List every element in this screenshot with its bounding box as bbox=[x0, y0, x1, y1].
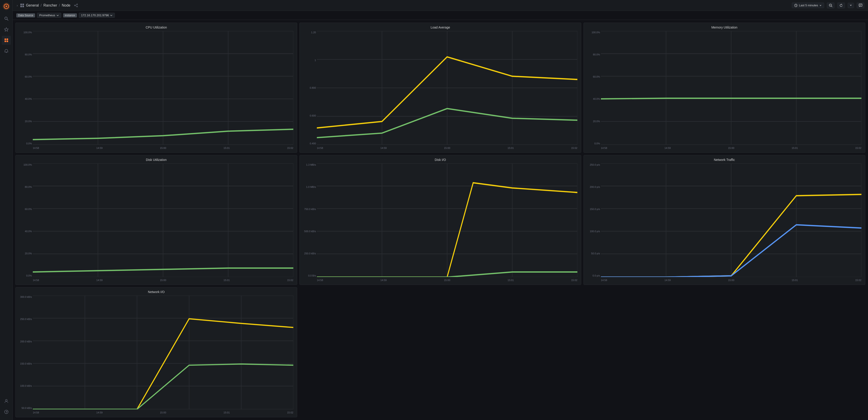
chevron-down-icon bbox=[57, 14, 59, 16]
share-icon[interactable] bbox=[74, 3, 78, 7]
svg-rect-15 bbox=[20, 4, 22, 5]
panel-disk-utilization: Disk Utilization 100.0%80.0%60.0%40.0%20… bbox=[16, 155, 297, 285]
y-axis-netio: 300.0 kB/s250.0 kB/s200.0 kB/s150.0 kB/s… bbox=[19, 296, 33, 409]
x-axis-nettraffic: 14:5814:5915:0015:0115:02 bbox=[601, 278, 862, 282]
chart-area-diskio: 1.3 MB/s1.0 MB/s750.0 kB/s500.0 kB/s250.… bbox=[303, 163, 578, 282]
svg-point-20 bbox=[74, 5, 75, 6]
svg-rect-6 bbox=[4, 38, 6, 40]
sidebar-bottom: ? bbox=[2, 396, 11, 420]
data-source-label: Data Source bbox=[16, 13, 35, 18]
chart-inner-disk bbox=[33, 163, 293, 277]
chart-inner-cpu bbox=[33, 31, 293, 145]
chart-inner-load bbox=[317, 31, 578, 145]
sidebar-item-alerting[interactable] bbox=[2, 47, 11, 56]
zoom-out-button[interactable] bbox=[827, 2, 835, 8]
svg-marker-5 bbox=[4, 28, 8, 31]
sidebar-item-search[interactable] bbox=[2, 14, 11, 23]
breadcrumb-sep-2: / bbox=[59, 3, 60, 7]
svg-point-2 bbox=[6, 6, 7, 7]
chart-area-load: 1.2010.8000.6000.400 bbox=[303, 31, 578, 150]
panel-title-netio: Network I/O bbox=[19, 290, 293, 294]
clock-icon bbox=[794, 4, 798, 7]
refresh-button[interactable] bbox=[837, 2, 845, 8]
svg-line-26 bbox=[796, 5, 797, 6]
x-axis-cpu: 14:5814:5915:0015:0115:02 bbox=[33, 146, 293, 150]
panel-network-traffic: Network Traffic 250.0 p/s200.0 p/s150.0 … bbox=[584, 155, 865, 285]
topbar: › General / Rancher / Node bbox=[13, 0, 868, 11]
svg-point-19 bbox=[77, 4, 78, 5]
panel-title-nettraffic: Network Traffic bbox=[587, 158, 862, 161]
panel-load-average: Load Average 1.2010.8000.6000.400 bbox=[300, 23, 581, 153]
breadcrumb: › General / Rancher / Node bbox=[16, 3, 78, 8]
panel-title-load: Load Average bbox=[303, 26, 578, 29]
instance-value: 172.16.170.201:9796 bbox=[81, 13, 109, 17]
main-content: › General / Rancher / Node bbox=[13, 0, 868, 420]
x-axis-netio: 14:5814:5915:0015:0115:02 bbox=[33, 410, 293, 415]
chart-svg-load bbox=[317, 31, 578, 145]
panel-title-cpu: CPU Utilization bbox=[19, 26, 293, 29]
instance-label: instance bbox=[63, 13, 77, 18]
prometheus-dropdown[interactable]: Prometheus bbox=[37, 13, 61, 18]
instance-dropdown[interactable]: 172.16.170.201:9796 bbox=[79, 13, 115, 18]
chart-area-netio: 300.0 kB/s250.0 kB/s200.0 kB/s150.0 kB/s… bbox=[19, 296, 293, 415]
comment-button[interactable] bbox=[857, 2, 864, 8]
panel-title-memory: Memory Utilization bbox=[587, 26, 862, 29]
y-axis-memory: 100.0%80.0%60.0%40.0%20.0%0.0% bbox=[587, 31, 601, 145]
svg-line-23 bbox=[75, 6, 77, 6]
x-axis-diskio: 14:5814:5915:0015:0115:02 bbox=[317, 278, 578, 282]
svg-text:?: ? bbox=[6, 411, 7, 414]
chart-svg-cpu bbox=[33, 31, 293, 145]
chart-inner-diskio bbox=[317, 163, 578, 277]
sidebar-item-profile[interactable] bbox=[2, 396, 11, 406]
dashboard-icon bbox=[20, 3, 24, 7]
svg-rect-18 bbox=[22, 6, 24, 7]
sidebar-item-starred[interactable] bbox=[2, 25, 11, 34]
svg-rect-7 bbox=[6, 38, 8, 40]
chart-area-memory: 100.0%80.0%60.0%40.0%20.0%0.0% bbox=[587, 31, 862, 150]
chart-svg-netio bbox=[33, 296, 293, 409]
svg-rect-8 bbox=[4, 40, 6, 42]
panel-title-disk: Disk Utilization bbox=[19, 158, 293, 161]
refresh-interval-button[interactable] bbox=[848, 3, 854, 8]
chart-area-disk: 100.0%80.0%60.0%40.0%20.0%0.0% bbox=[19, 163, 293, 282]
time-range-label: Last 5 minutes bbox=[799, 4, 818, 7]
sidebar-item-dashboards[interactable] bbox=[2, 36, 11, 45]
svg-rect-30 bbox=[859, 4, 862, 6]
filterbar: Data Source Prometheus instance 172.16.1… bbox=[13, 11, 868, 20]
chart-svg-nettraffic bbox=[601, 163, 862, 277]
breadcrumb-rancher: Rancher bbox=[43, 3, 57, 7]
breadcrumb-general: General bbox=[26, 3, 39, 7]
chart-svg-disk bbox=[33, 163, 293, 277]
x-axis-load: 14:5814:5915:0015:0115:02 bbox=[317, 146, 578, 150]
x-axis-memory: 14:5814:5915:0015:0115:02 bbox=[601, 146, 862, 150]
chart-inner-nettraffic bbox=[601, 163, 862, 277]
y-axis-load: 1.2010.8000.6000.400 bbox=[303, 31, 317, 145]
chevron-down-icon bbox=[819, 4, 822, 6]
svg-rect-16 bbox=[22, 4, 24, 5]
svg-line-22 bbox=[75, 4, 77, 5]
collapse-button[interactable]: › bbox=[16, 3, 18, 8]
chart-inner-memory bbox=[601, 31, 862, 145]
sidebar: ? bbox=[0, 0, 13, 420]
chart-area-cpu: 100.0%80.0%60.0%40.0%20.0%0.0% bbox=[19, 31, 293, 150]
panel-memory-utilization: Memory Utilization 100.0%80.0%60.0%40.0%… bbox=[584, 23, 865, 153]
y-axis-cpu: 100.0%80.0%60.0%40.0%20.0%0.0% bbox=[19, 31, 33, 145]
svg-point-12 bbox=[5, 399, 7, 401]
y-axis-nettraffic: 250.0 p/s200.0 p/s150.0 p/s100.0 p/s50.0… bbox=[587, 163, 601, 277]
chart-inner-netio bbox=[33, 296, 293, 409]
app-logo bbox=[2, 2, 10, 10]
x-axis-disk: 14:5814:5915:0015:0115:02 bbox=[33, 278, 293, 282]
breadcrumb-sep-1: / bbox=[41, 3, 41, 7]
topbar-controls: Last 5 minutes bbox=[792, 2, 864, 8]
prometheus-value: Prometheus bbox=[39, 13, 55, 17]
chart-svg-diskio bbox=[317, 163, 578, 277]
dashboard-grid: CPU Utilization 100.0%80.0%60.0%40.0%20.… bbox=[13, 20, 868, 420]
svg-line-29 bbox=[831, 6, 832, 7]
chart-area-nettraffic: 250.0 p/s200.0 p/s150.0 p/s100.0 p/s50.0… bbox=[587, 163, 862, 282]
y-axis-disk: 100.0%80.0%60.0%40.0%20.0%0.0% bbox=[19, 163, 33, 277]
time-range-picker[interactable]: Last 5 minutes bbox=[792, 2, 824, 8]
sidebar-item-help[interactable]: ? bbox=[2, 407, 11, 416]
panel-title-diskio: Disk I/O bbox=[303, 158, 578, 161]
panel-cpu-utilization: CPU Utilization 100.0%80.0%60.0%40.0%20.… bbox=[16, 23, 297, 153]
svg-point-21 bbox=[77, 6, 78, 7]
